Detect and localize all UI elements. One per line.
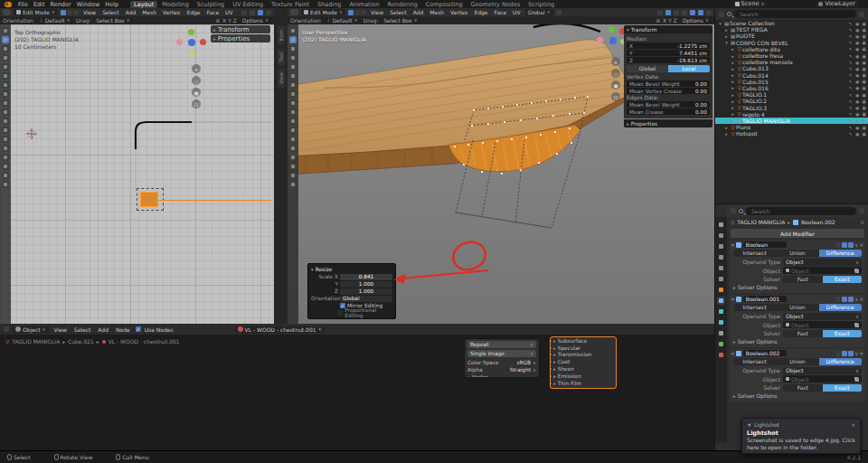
proportional-edit-icon[interactable]: [250, 10, 255, 15]
properties-tab[interactable]: [717, 242, 725, 250]
orientation-selector[interactable]: ⊥Default∨: [324, 17, 361, 24]
modifier-name-field[interactable]: Boolean.001: [743, 296, 787, 302]
show-overlays-icon[interactable]: [665, 10, 671, 15]
selectable-toggle-icon[interactable]: ↖: [849, 60, 853, 65]
render-display-icon[interactable]: [848, 351, 854, 356]
tool-icon[interactable]: [289, 99, 297, 107]
selectable-toggle-icon[interactable]: ↖: [849, 79, 853, 84]
outliner-item-label[interactable]: TAGLIO.3: [742, 105, 767, 111]
outliner-row[interactable]: ▸ ▽ regolo 4 ↖ ◉ ▣: [715, 111, 868, 118]
disclosure-icon[interactable]: ▸: [730, 118, 736, 123]
filter-icon[interactable]: [859, 12, 864, 17]
selectable-toggle-icon[interactable]: ↖: [849, 111, 853, 117]
show-gizmo-icon[interactable]: [657, 10, 663, 15]
extras-menu-icon[interactable]: ∨: [854, 242, 858, 248]
outliner-item-label[interactable]: TEST PIEGA: [736, 26, 768, 33]
alpha-row[interactable]: AlphaStraight∨: [465, 366, 539, 373]
shader-node-canvas[interactable]: ▽ TAGLIO MANIGLIA ▸ Cube.021 ▸ VL - WOOD…: [0, 335, 714, 450]
mirror-grid-icon[interactable]: ⊞: [216, 18, 221, 24]
selectable-toggle-icon[interactable]: ↖: [849, 118, 853, 123]
tool-icon[interactable]: [2, 163, 9, 170]
realtime-display-icon[interactable]: [842, 351, 847, 356]
exact-button[interactable]: Exact: [823, 384, 863, 392]
modifier-header[interactable]: ▾ Boolean.001 ∨ ✕: [730, 295, 865, 303]
mode-selector[interactable]: Edit Mode∨: [301, 9, 345, 15]
intersect-button[interactable]: Intersect: [733, 250, 776, 257]
tool-icon[interactable]: [2, 109, 9, 116]
tool-icon[interactable]: [2, 154, 9, 161]
outliner-item-label[interactable]: Hotspot: [736, 130, 758, 137]
tool-icon[interactable]: [289, 36, 297, 43]
extension-dropdown[interactable]: Repeat∨: [467, 341, 536, 348]
caret-down-icon[interactable]: ▾: [731, 297, 734, 302]
disclosure-icon[interactable]: ▸: [723, 27, 730, 33]
tool-icon[interactable]: [289, 63, 297, 71]
sidebar-tab-tool[interactable]: Tool: [278, 49, 285, 66]
input-socket[interactable]: [550, 374, 552, 378]
rendered-shading-icon[interactable]: [706, 10, 712, 15]
select-box-tool-chip[interactable]: Select Box∨: [381, 17, 420, 24]
operand-type-dropdown[interactable]: Object∨: [783, 367, 862, 374]
exact-button[interactable]: Exact: [823, 276, 863, 283]
disclosure-icon[interactable]: ▸: [730, 92, 736, 98]
tool-icon[interactable]: [289, 163, 297, 170]
hide-viewport-icon[interactable]: ◉: [855, 131, 859, 137]
axis-y-neg-dot[interactable]: [190, 51, 194, 55]
disclosure-icon[interactable]: ▸: [730, 99, 736, 104]
outliner-row[interactable]: ▸ ▽ Piano ↖ ◉ ▣: [715, 124, 868, 130]
properties-tab[interactable]: [717, 297, 725, 305]
mirror-axes[interactable]: X Y Z: [222, 17, 237, 24]
outliner-row[interactable]: ▸ ▽ collettore fresa ↖ ◉ ▣: [715, 52, 868, 59]
axis-x-neg-dot[interactable]: [597, 37, 603, 43]
pan-hand-button[interactable]: ◇: [192, 76, 201, 85]
input-socket[interactable]: [550, 382, 552, 385]
viewport-menu-item[interactable]: Face: [205, 9, 222, 15]
viewport-menu-item[interactable]: Edge: [184, 9, 202, 15]
zoom-button[interactable]: +: [192, 64, 201, 73]
eyedropper-icon[interactable]: [854, 377, 859, 382]
outliner-item-label[interactable]: Cubo.015: [742, 79, 769, 85]
viewport-menu-item[interactable]: Edge: [472, 9, 489, 15]
outliner-item-label[interactable]: Scene Collection: [730, 20, 775, 26]
shading-mode-icon[interactable]: [266, 10, 271, 15]
disclosure-icon[interactable]: ▸: [723, 131, 730, 137]
solver-options-subpanel[interactable]: ▸Solver Options: [733, 338, 862, 345]
global-button[interactable]: Global: [627, 65, 668, 72]
bsdf-socket-row[interactable]: ▸Sheen: [551, 365, 616, 373]
hide-viewport-icon[interactable]: ◉: [855, 66, 859, 71]
intersect-button[interactable]: Intersect: [733, 304, 776, 311]
outliner-item-label[interactable]: collettore dito: [742, 46, 780, 52]
tool-icon[interactable]: [289, 127, 297, 134]
transform-orientation-selector[interactable]: Global∨: [525, 9, 553, 15]
breadcrumb-modifier[interactable]: Boolean.002: [801, 219, 835, 225]
tool-icon[interactable]: [289, 136, 297, 143]
mirror-grid-icon[interactable]: ⊞: [656, 18, 661, 24]
disable-render-icon[interactable]: ▣: [862, 85, 866, 90]
modifier-header[interactable]: ▾ Boolean.002 ∨ ✕: [730, 349, 865, 357]
tool-icon[interactable]: [289, 181, 297, 188]
menu-item[interactable]: Render: [48, 1, 72, 8]
outliner-item-label[interactable]: Cubo.014: [742, 72, 769, 79]
disable-render-icon[interactable]: ▣: [862, 111, 866, 117]
tool-icon[interactable]: [2, 72, 9, 80]
viewport-menu-item[interactable]: Mesh: [428, 9, 446, 15]
selectable-toggle-icon[interactable]: ↖: [849, 105, 853, 110]
selectable-toggle-icon[interactable]: ↖: [849, 21, 853, 26]
outliner-item-label[interactable]: TAGLIO MANIGLIA: [742, 118, 790, 124]
fast-button[interactable]: Fast: [783, 276, 823, 283]
disable-render-icon[interactable]: ▣: [862, 53, 866, 59]
selectable-toggle-icon[interactable]: ↖: [849, 92, 853, 98]
image-texture-node[interactable]: Repeat∨ Single Image∨ Color SpacesRGB∨ A…: [464, 338, 540, 378]
outliner-row[interactable]: ▸ ▽ Cubo.015 ↖ ◉ ▣: [715, 79, 868, 85]
modifier-header[interactable]: ▾ Boolean ∨ ✕: [730, 241, 865, 249]
sidebar-tab-item[interactable]: Item: [278, 26, 285, 45]
shader-menu-item[interactable]: Select: [72, 326, 93, 333]
difference-button[interactable]: Difference: [819, 250, 862, 257]
camera-view-button[interactable]: ▣: [611, 80, 620, 90]
shader-menu-item[interactable]: Node: [114, 326, 132, 333]
mean-bevel-weight-field[interactable]: Mean Bevel Weight0.00: [627, 80, 710, 87]
tool-icon[interactable]: [2, 99, 9, 107]
viewport-menu-item[interactable]: Add: [411, 9, 426, 15]
properties-tab[interactable]: [717, 307, 725, 316]
tool-icon[interactable]: [289, 172, 297, 179]
